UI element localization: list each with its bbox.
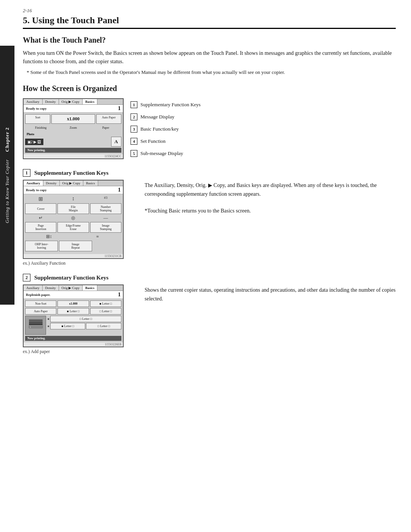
aux-icon-2: ↕ [57, 196, 89, 202]
tp-finishing-label: Finishing [25, 125, 56, 131]
paper-body: Non-Sort x1.000 ■ Letter □ Auto Paper ■ … [24, 299, 123, 342]
subsection2-content: Auxiliary Density Orig ▶ Copy Basics Rep… [23, 284, 396, 355]
subsection1-left: Auxiliary Density Orig ▶ Copy Basics Rea… [23, 180, 137, 266]
aux-btn-auxiliary: Auxiliary [24, 181, 43, 186]
paper-message-bar: Replenish paper. 1 [24, 291, 123, 299]
aux-btn-page-insertion: PageInsertion [25, 222, 56, 233]
callout-label-3: Basic Function/key [140, 126, 179, 132]
paper-image-id: 1155O226EB [24, 342, 123, 347]
paper-letter-b3: □ Letter □ [86, 323, 121, 329]
tp-ready-message: Ready to copy [26, 107, 47, 110]
paper-btn-auto-paper: Auto Paper [25, 308, 56, 315]
paper-btn-auxiliary: Auxiliary [24, 285, 43, 291]
paper-btn-orig-copy: Orig ▶ Copy [59, 285, 83, 291]
paper-ex-label: ex.) Add paper [23, 349, 137, 355]
tray-slot-1: ■ □ Letter □ [48, 316, 121, 322]
tray-num-2: ■ [48, 324, 49, 328]
paper-btn-zoom: x1.000 [57, 300, 89, 307]
tp-sort-btn: Sort [25, 114, 50, 124]
tp-auto-paper-btn: Auto Paper [96, 114, 121, 124]
subsection1-desc: The Auxiliary, Density, Orig. ▶ Copy, an… [145, 181, 396, 198]
subsection2-desc: Shows the current copier status, operati… [145, 286, 396, 303]
svg-rect-2 [29, 323, 43, 325]
aux-num-display: 1 [118, 187, 121, 193]
aux-btn-cover: Cover [25, 203, 56, 214]
tp-icon-img: 🖼 [37, 140, 41, 144]
chapter-subtitle: Getting to Know Your Copier [5, 159, 10, 223]
aux-icon-1: ⊞ [25, 196, 56, 202]
paper-tray-icon: 1 [25, 316, 46, 335]
tp-icon-arrow: ▶ [33, 140, 37, 144]
callout-label-4: Set Function [140, 138, 166, 144]
subsection2-label: Supplementary Function Keys [34, 275, 108, 281]
paper-submsg: Now printing. [25, 336, 121, 341]
chapter-title: 5. Using the Touch Panel [23, 15, 396, 29]
subsection1-num: 1 [23, 169, 30, 177]
tp-btn-density: Density [43, 99, 59, 104]
tp-image-id: 1155O224CC [24, 154, 123, 158]
aux-icon-5: ◎ [57, 215, 89, 221]
aux-icon-3: #3 [90, 196, 121, 202]
aux-btn-image-stamping: ImageStamping [90, 222, 121, 233]
paper-panel: Auxiliary Density Orig ▶ Copy Basics Rep… [23, 284, 124, 347]
tray-svg: 1 [28, 318, 43, 333]
body-text-1: When you turn ON the Power Switch, the B… [23, 49, 396, 66]
callout-label-5: Sub-message Display [140, 150, 183, 157]
aux-icon-7: ⊞↕ [25, 234, 73, 240]
callout-area: 1 Supplementary Function Keys 2 Message … [131, 98, 396, 162]
tp-topbar: Auxiliary Density Orig ▶ Copy Basics [24, 99, 123, 105]
aux-btn-number-stamping: NumberStamping [90, 203, 121, 214]
subsection1-header: 1 Supplementary Function Keys [23, 169, 396, 177]
paper-row-1: Non-Sort x1.000 ■ Letter □ [25, 300, 121, 307]
aux-btn-file-margin: FileMargin [57, 203, 89, 214]
tp-row-1: Sort x1.000 Auto Paper [25, 114, 121, 124]
subsection2-left: Auxiliary Density Orig ▶ Copy Basics Rep… [23, 284, 137, 355]
callout-num-1: 1 [131, 101, 137, 108]
section1-title: What is the Touch Panel? [23, 36, 396, 45]
paper-btn-letter1: ■ Letter □ [90, 300, 121, 307]
tp-zoom-label: Zoom [57, 125, 89, 131]
callout-1: 1 Supplementary Function Keys [131, 101, 396, 108]
aux-icon-8: ≡ [74, 234, 121, 240]
callout-2: 2 Message Display [131, 113, 396, 120]
aux-ex-label: ex.) Auxiliary Function [23, 260, 137, 266]
svg-rect-0 [29, 320, 43, 321]
aux-icon-4: ↵ [25, 215, 56, 221]
aux-icon-6: — [90, 215, 121, 221]
aux-btn-orig-copy: Orig ▶ Copy [60, 181, 84, 186]
paper-tray-row: 1 ■ □ Letter □ ■ ■ Letter □ □ Lett [25, 316, 121, 335]
paper-row-2: Auto Paper ■ Letter □ □ Letter □ [25, 308, 121, 315]
aux-btn-image-repeat: ImageRepeat [59, 241, 92, 251]
tp-photo-icons: ▣2 ▶ 🖼 [25, 139, 43, 145]
tp-submsg: Now printing. [25, 148, 121, 153]
aux-body: ⊞ ↕ #3 Cover FileMargin NumberStamping ↵… [24, 194, 123, 254]
paper-replenish-message: Replenish paper. [26, 293, 50, 297]
page-number: 2-16 [23, 8, 396, 14]
aux-panel: Auxiliary Density Orig ▶ Copy Basics Rea… [23, 180, 124, 259]
subsection1-content: Auxiliary Density Orig ▶ Copy Basics Rea… [23, 180, 396, 266]
tray-slot-2: ■ ■ Letter □ □ Letter □ [48, 323, 121, 329]
tp-btn-orig-copy: Orig ▶ Copy [59, 99, 83, 104]
callout-label-1: Supplementary Function Keys [140, 102, 201, 108]
subsection1-right: The Auxiliary, Density, Orig. ▶ Copy, an… [145, 180, 396, 266]
aux-placeholder [93, 241, 121, 251]
aux-row-icons: ⊞ ↕ #3 [25, 196, 121, 202]
paper-btn-letter3: □ Letter □ [90, 308, 121, 315]
tray-num-1: ■ [48, 317, 49, 321]
paper-num-display: 1 [118, 292, 121, 298]
paper-topbar: Auxiliary Density Orig ▶ Copy Basics [24, 285, 123, 291]
note-text: * Some of the Touch Panel screens used i… [27, 69, 396, 76]
aux-btn-edge-frame: Edge/FrameErase [57, 222, 89, 233]
tp-message-bar: Ready to copy 1 [24, 105, 123, 113]
paper-letter-b1: □ Letter □ [50, 316, 121, 322]
paper-letter-b2: ■ Letter □ [50, 323, 86, 329]
tp-paper-label: Paper [90, 125, 121, 131]
tp-photo-a-btn: A [111, 137, 121, 147]
callout-num-3: 3 [131, 126, 137, 133]
section2-title: How the Screen is Organized [23, 84, 396, 93]
subsection1-note: *Touching Basic returns you to the Basic… [145, 207, 396, 215]
svg-text:1: 1 [30, 326, 31, 329]
main-diagram: Auxiliary Density Orig ▶ Copy Basics Rea… [23, 98, 396, 162]
paper-tray-slots: ■ □ Letter □ ■ ■ Letter □ □ Letter □ [48, 316, 121, 335]
aux-row-2: PageInsertion Edge/FrameErase ImageStamp… [25, 222, 121, 233]
